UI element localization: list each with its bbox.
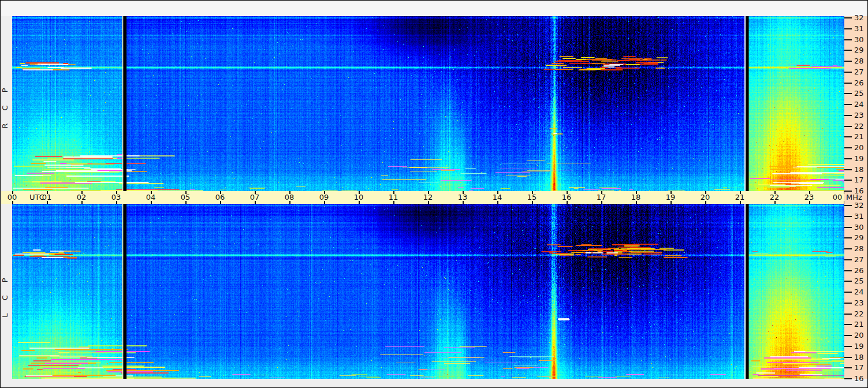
hour-label: 18 bbox=[624, 193, 647, 202]
hour-label: 21 bbox=[728, 193, 751, 202]
mhz-unit-label: MHz bbox=[846, 193, 868, 202]
freq-label: 31 bbox=[854, 24, 868, 33]
freq-tick bbox=[844, 227, 852, 228]
freq-label: 26 bbox=[854, 79, 868, 88]
freq-label: 17 bbox=[854, 363, 868, 372]
freq-label: 19 bbox=[854, 342, 868, 351]
hour-label: 10 bbox=[347, 193, 370, 202]
freq-label: 16 bbox=[854, 374, 868, 383]
freq-tick bbox=[844, 281, 852, 282]
freq-tick bbox=[844, 335, 852, 336]
frequency-scale: 3231302928272625242322212019181716323130… bbox=[844, 16, 868, 379]
freq-tick bbox=[844, 83, 852, 84]
hour-label: 17 bbox=[590, 193, 613, 202]
freq-tick bbox=[844, 357, 852, 358]
freq-label: 18 bbox=[854, 353, 868, 362]
freq-tick bbox=[844, 324, 852, 325]
polarization-label-rcp: R C P bbox=[1, 59, 12, 152]
freq-label: 20 bbox=[854, 143, 868, 152]
spectrogram-rcp bbox=[12, 16, 844, 191]
hour-label: 14 bbox=[486, 193, 509, 202]
freq-label: 25 bbox=[854, 277, 868, 286]
hour-label: 16 bbox=[555, 193, 578, 202]
freq-label: 23 bbox=[854, 299, 868, 308]
freq-label: 21 bbox=[854, 132, 868, 141]
freq-tick bbox=[844, 136, 852, 137]
freq-tick bbox=[844, 191, 852, 192]
hour-label: 05 bbox=[174, 193, 197, 202]
freq-tick bbox=[844, 346, 852, 347]
hour-label: 07 bbox=[243, 193, 266, 202]
freq-label: 23 bbox=[854, 111, 868, 120]
freq-tick bbox=[844, 303, 852, 304]
hour-label: 23 bbox=[798, 193, 821, 202]
freq-tick bbox=[844, 17, 852, 18]
freq-tick bbox=[844, 115, 852, 116]
hour-label: 11 bbox=[382, 193, 405, 202]
hour-label: 03 bbox=[105, 193, 128, 202]
freq-label: 21 bbox=[854, 320, 868, 329]
freq-label: 28 bbox=[854, 244, 868, 253]
hour-label: 12 bbox=[416, 193, 439, 202]
freq-label: 22 bbox=[854, 309, 868, 319]
freq-tick bbox=[844, 292, 852, 293]
freq-label: 28 bbox=[854, 57, 868, 66]
hour-label: 08 bbox=[278, 193, 301, 202]
freq-tick bbox=[844, 158, 852, 159]
freq-label: 25 bbox=[854, 89, 868, 98]
freq-tick bbox=[844, 259, 852, 260]
freq-label: 32 bbox=[854, 13, 868, 23]
freq-tick bbox=[844, 72, 852, 73]
freq-label: 30 bbox=[854, 223, 868, 232]
spectrogram-lcp bbox=[12, 204, 844, 379]
freq-tick bbox=[844, 180, 852, 181]
freq-label: 32 bbox=[854, 201, 868, 210]
freq-label: 30 bbox=[854, 35, 868, 44]
freq-label: 20 bbox=[854, 331, 868, 340]
freq-label: 29 bbox=[854, 46, 868, 55]
freq-tick bbox=[844, 314, 852, 315]
freq-label: 24 bbox=[854, 288, 868, 297]
freq-label: 17 bbox=[854, 176, 868, 185]
hour-label: 06 bbox=[208, 193, 232, 202]
freq-tick bbox=[844, 248, 852, 249]
polarization-label-lcp: L C P bbox=[1, 249, 12, 341]
freq-tick bbox=[844, 50, 852, 51]
freq-label: 22 bbox=[854, 122, 868, 131]
utc-unit-label: UTC bbox=[25, 193, 49, 202]
freq-tick bbox=[844, 205, 852, 206]
freq-label: 29 bbox=[854, 233, 868, 242]
hour-label: 00 bbox=[1, 193, 24, 202]
freq-label: 24 bbox=[854, 100, 868, 109]
hour-label: 20 bbox=[694, 193, 717, 202]
hour-label: 04 bbox=[139, 193, 162, 202]
hour-label: 19 bbox=[659, 193, 682, 202]
hour-label: 02 bbox=[70, 193, 93, 202]
freq-tick bbox=[844, 93, 852, 94]
freq-tick bbox=[844, 270, 852, 271]
title-bar: AJ4CO Observatory 26 Aug 2019 - DPS on T… bbox=[1, 1, 868, 16]
hour-label: 13 bbox=[451, 193, 474, 202]
freq-label: 27 bbox=[854, 68, 868, 77]
freq-tick bbox=[844, 104, 852, 105]
freq-tick bbox=[844, 61, 852, 62]
freq-label: 19 bbox=[854, 154, 868, 163]
freq-tick bbox=[844, 367, 852, 368]
freq-tick bbox=[844, 378, 852, 379]
time-axis: 0001020304050607080910111213141516171819… bbox=[1, 191, 844, 204]
hour-label: 09 bbox=[312, 193, 336, 202]
freq-label: 31 bbox=[854, 212, 868, 221]
freq-tick bbox=[844, 169, 852, 170]
freq-label: 27 bbox=[854, 255, 868, 264]
hour-label: 15 bbox=[520, 193, 543, 202]
dps-spectrogram-viewer: AJ4CO Observatory 26 Aug 2019 - DPS on T… bbox=[0, 0, 868, 388]
freq-label: 18 bbox=[854, 165, 868, 174]
freq-tick bbox=[844, 39, 852, 40]
freq-label: 26 bbox=[854, 266, 868, 275]
hour-label: 22 bbox=[763, 193, 786, 202]
freq-tick bbox=[844, 28, 852, 29]
freq-tick bbox=[844, 147, 852, 148]
freq-tick bbox=[844, 237, 852, 238]
freq-tick bbox=[844, 126, 852, 127]
freq-tick bbox=[844, 216, 852, 217]
